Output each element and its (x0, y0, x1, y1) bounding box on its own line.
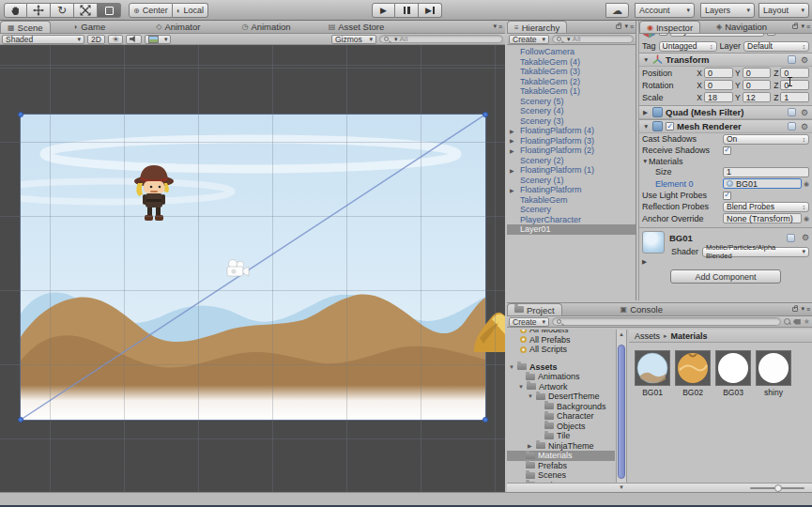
search-by-type-icon[interactable] (784, 318, 790, 325)
list-item[interactable]: ▶FloatingPlatform (507, 185, 636, 195)
scale-x-field[interactable]: 18 (704, 92, 733, 102)
help-icon[interactable] (788, 122, 796, 131)
transform-component-header[interactable]: ▼ Transform ⚙ (639, 53, 812, 67)
tree-item-assets[interactable]: ▼Assets (507, 362, 615, 373)
expander-icon[interactable]: ▼ (509, 364, 514, 370)
shader-dropdown[interactable]: Mobile/Particles/Alpha Blended▾ (702, 247, 809, 257)
pause-button[interactable] (395, 3, 419, 18)
layer01-quad[interactable] (21, 115, 485, 420)
project-create-dropdown[interactable]: Create ▾ (509, 317, 549, 327)
list-item[interactable]: ▶FloatingPlatform (3) (507, 136, 636, 146)
hierarchy-search-input[interactable]: ▾ All (552, 35, 634, 43)
expander-icon[interactable]: ▼ (642, 158, 649, 164)
gear-icon[interactable]: ⚙ (801, 108, 808, 117)
scene-panel-menu[interactable]: ▾ ≡ (493, 23, 501, 30)
tree-item-character[interactable]: Character (507, 411, 615, 422)
scrollbar-thumb[interactable] (618, 345, 625, 479)
help-icon[interactable] (788, 108, 796, 116)
account-dropdown[interactable]: Account ▾ (635, 3, 695, 18)
materials-size-field[interactable]: 1 (723, 167, 809, 177)
expander-icon[interactable]: ▶ (510, 147, 514, 154)
tree-item-scenes[interactable]: Scenes (507, 470, 615, 481)
thumbnail-zoom-slider[interactable] (750, 487, 804, 489)
anchor-override-field[interactable]: None (Transform) (723, 213, 802, 223)
list-item[interactable]: Scenery (5) (507, 97, 636, 107)
tree-item-materials-selected[interactable]: Materials (507, 451, 615, 461)
asset-bg01[interactable] (635, 350, 670, 386)
project-panel-menu[interactable]: ▾ ≡ (792, 305, 809, 313)
2d-toggle-button[interactable]: 2D (87, 35, 105, 44)
help-icon[interactable] (787, 234, 795, 242)
scale-tool-button[interactable] (74, 3, 98, 18)
object-picker-icon[interactable]: ◉ (804, 215, 809, 223)
rotation-z-field[interactable]: 0 (780, 80, 809, 90)
shading-mode-dropdown[interactable]: Shaded ▾ (2, 35, 84, 44)
pivot-center-button[interactable]: ⊕ Center (129, 3, 173, 18)
quad-handle-bottom-right[interactable] (483, 417, 488, 422)
tab-asset-store[interactable]: ▤ Asset Store (322, 21, 391, 33)
list-item[interactable]: TakableGem (507, 195, 636, 206)
favorites-star-icon[interactable]: ★ (804, 317, 810, 326)
tab-scene[interactable]: ▦ Scene (0, 21, 51, 33)
receive-shadows-checkbox[interactable]: ✓ (723, 146, 731, 155)
search-by-label-icon[interactable] (793, 319, 801, 325)
position-x-field[interactable]: 0 (704, 68, 733, 78)
element0-object-field[interactable]: BG01 (723, 178, 802, 189)
layers-dropdown[interactable]: Layers ▾ (700, 3, 755, 18)
list-item[interactable]: ▶FloatingPlatform (4) (507, 126, 636, 136)
list-item[interactable]: Scenery (2) (507, 156, 636, 166)
rotation-y-field[interactable]: 0 (743, 80, 772, 90)
step-button[interactable]: ▶ (419, 3, 442, 18)
scroll-up-icon[interactable]: ▲ (619, 331, 624, 337)
tree-item-artwork[interactable]: ▼Artwork (507, 382, 615, 392)
mesh-renderer-component-header[interactable]: ▼ ✓ Mesh Renderer ⚙ (639, 119, 812, 133)
light-probes-checkbox[interactable]: ✓ (723, 192, 731, 200)
list-item[interactable]: FollowCamera (507, 47, 636, 57)
expander-icon[interactable]: ▶ (510, 128, 514, 134)
slider-knob[interactable] (774, 484, 782, 492)
tree-item-backgrounds[interactable]: Backgrounds (507, 402, 615, 412)
list-item[interactable]: TakableGem (3) (507, 67, 636, 77)
tree-item-objects[interactable]: Objects (507, 422, 615, 432)
lighting-toggle-button[interactable]: ☀ (108, 35, 123, 44)
tree-item-prefabs[interactable]: Prefabs (507, 461, 615, 471)
tree-item-animations[interactable]: Animations (507, 372, 615, 382)
list-item[interactable]: Scenery (4) (507, 106, 636, 116)
hierarchy-create-dropdown[interactable]: Create ▾ (509, 35, 549, 44)
position-y-field[interactable]: 0 (743, 68, 772, 78)
gear-icon[interactable]: ⚙ (801, 55, 808, 65)
list-item[interactable]: TakableGem (1) (507, 86, 636, 97)
asset-label[interactable]: BG01 (631, 388, 674, 397)
expander-icon[interactable]: ▼ (643, 123, 650, 130)
quad-handle-top-right[interactable] (483, 112, 488, 117)
play-button[interactable]: ▶ (372, 3, 395, 18)
scroll-down-icon[interactable]: ▼ (619, 484, 624, 490)
expander-icon[interactable]: ▼ (518, 384, 524, 390)
rotate-tool-button[interactable]: ↻ (51, 3, 74, 18)
expander-icon[interactable]: ▶ (510, 137, 514, 144)
tab-animator[interactable]: ◇ Animator (149, 21, 207, 33)
expander-icon[interactable]: ▶ (642, 258, 649, 266)
tree-item-all-scripts[interactable]: All Scripts (507, 345, 615, 355)
tab-console[interactable]: ▣ Console (614, 303, 669, 315)
expander-icon[interactable]: ▼ (528, 393, 533, 399)
tab-inspector[interactable]: ◉ Inspector (639, 21, 700, 33)
tab-game[interactable]: ◗ Game (68, 21, 113, 33)
scale-z-field[interactable]: 1 (780, 92, 809, 102)
tree-item-deserttheme[interactable]: ▼DesertTheme (507, 392, 615, 402)
mesh-filter-component-header[interactable]: ▶ Quad (Mesh Filter) ⚙ (639, 105, 812, 119)
gear-icon[interactable]: ⚙ (801, 122, 808, 131)
list-item[interactable]: TakableGem (2) (507, 77, 636, 87)
renderer-enabled-checkbox[interactable]: ✓ (666, 122, 674, 131)
expander-icon[interactable]: ▶ (510, 187, 514, 193)
asset-label[interactable]: shiny (752, 388, 795, 397)
asset-bg03[interactable] (715, 350, 751, 386)
scene-viewport[interactable] (0, 45, 505, 493)
tab-hierarchy[interactable]: ≡ Hierarchy (507, 21, 567, 33)
layer-dropdown[interactable]: Default↕ (743, 41, 809, 52)
asset-label[interactable]: BG02 (671, 388, 714, 397)
project-tree-scrollbar[interactable]: ▲ (616, 330, 627, 483)
materials-foldout-label[interactable]: Materials (649, 157, 683, 166)
quad-handle-top-left[interactable] (18, 112, 23, 117)
move-tool-button[interactable] (27, 3, 51, 18)
